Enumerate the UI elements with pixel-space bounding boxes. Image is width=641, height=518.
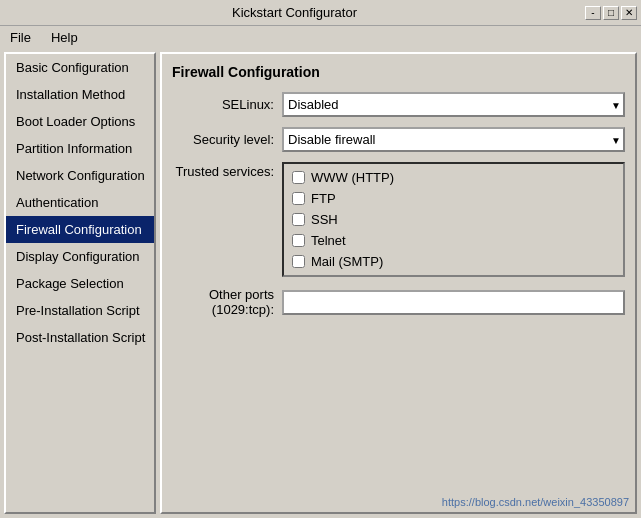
trusted-services-label: Trusted services: bbox=[172, 162, 282, 277]
sidebar-item-basic-configuration[interactable]: Basic Configuration bbox=[6, 54, 154, 81]
other-ports-control bbox=[282, 290, 625, 315]
selinux-control: DisabledEnforcingPermissive bbox=[282, 92, 625, 117]
checkbox-ssh-input[interactable] bbox=[292, 213, 305, 226]
window-controls: - □ ✕ bbox=[585, 6, 637, 20]
checkbox-www-http-label: WWW (HTTP) bbox=[311, 170, 394, 185]
sidebar: Basic Configuration Installation Method … bbox=[4, 52, 156, 514]
sidebar-item-installation-method[interactable]: Installation Method bbox=[6, 81, 154, 108]
minimize-button[interactable]: - bbox=[585, 6, 601, 20]
content-title: Firewall Configuration bbox=[172, 64, 625, 80]
checkbox-ftp: FTP bbox=[292, 191, 615, 206]
close-button[interactable]: ✕ bbox=[621, 6, 637, 20]
security-level-dropdown-wrapper: Disable firewallEnable firewallNo firewa… bbox=[282, 127, 625, 152]
checkbox-mail-smtp-label: Mail (SMTP) bbox=[311, 254, 383, 269]
sidebar-item-boot-loader-options[interactable]: Boot Loader Options bbox=[6, 108, 154, 135]
selinux-label: SELinux: bbox=[172, 97, 282, 112]
sidebar-item-partition-information[interactable]: Partition Information bbox=[6, 135, 154, 162]
sidebar-item-display-configuration[interactable]: Display Configuration bbox=[6, 243, 154, 270]
sidebar-item-network-configuration[interactable]: Network Configuration bbox=[6, 162, 154, 189]
security-level-row: Security level: Disable firewallEnable f… bbox=[172, 127, 625, 152]
menubar: File Help bbox=[0, 26, 641, 48]
sidebar-item-authentication[interactable]: Authentication bbox=[6, 189, 154, 216]
other-ports-label: Other ports (1029:tcp): bbox=[172, 287, 282, 317]
main-container: Basic Configuration Installation Method … bbox=[0, 48, 641, 518]
window-title: Kickstart Configurator bbox=[4, 5, 585, 20]
sidebar-item-pre-installation-script[interactable]: Pre-Installation Script bbox=[6, 297, 154, 324]
content-area: Firewall Configuration SELinux: Disabled… bbox=[160, 52, 637, 514]
other-ports-input[interactable] bbox=[282, 290, 625, 315]
maximize-button[interactable]: □ bbox=[603, 6, 619, 20]
titlebar: Kickstart Configurator - □ ✕ bbox=[0, 0, 641, 26]
checkbox-telnet-input[interactable] bbox=[292, 234, 305, 247]
selinux-row: SELinux: DisabledEnforcingPermissive bbox=[172, 92, 625, 117]
checkbox-telnet: Telnet bbox=[292, 233, 615, 248]
sidebar-item-post-installation-script[interactable]: Post-Installation Script bbox=[6, 324, 154, 351]
selinux-dropdown-wrapper: DisabledEnforcingPermissive bbox=[282, 92, 625, 117]
sidebar-item-firewall-configuration[interactable]: Firewall Configuration bbox=[6, 216, 154, 243]
sidebar-item-package-selection[interactable]: Package Selection bbox=[6, 270, 154, 297]
checkbox-mail-smtp-input[interactable] bbox=[292, 255, 305, 268]
checkbox-ssh-label: SSH bbox=[311, 212, 338, 227]
checkbox-ftp-input[interactable] bbox=[292, 192, 305, 205]
menu-file[interactable]: File bbox=[4, 28, 37, 47]
other-ports-row: Other ports (1029:tcp): bbox=[172, 287, 625, 317]
trusted-services-box: WWW (HTTP) FTP SSH Telnet Mail (SMTP) bbox=[282, 162, 625, 277]
checkbox-mail-smtp: Mail (SMTP) bbox=[292, 254, 615, 269]
selinux-select[interactable]: DisabledEnforcingPermissive bbox=[282, 92, 625, 117]
checkbox-telnet-label: Telnet bbox=[311, 233, 346, 248]
security-level-control: Disable firewallEnable firewallNo firewa… bbox=[282, 127, 625, 152]
checkbox-www-http: WWW (HTTP) bbox=[292, 170, 615, 185]
security-level-select[interactable]: Disable firewallEnable firewallNo firewa… bbox=[282, 127, 625, 152]
security-level-label: Security level: bbox=[172, 132, 282, 147]
checkbox-www-http-input[interactable] bbox=[292, 171, 305, 184]
watermark: https://blog.csdn.net/weixin_43350897 bbox=[442, 496, 629, 508]
menu-help[interactable]: Help bbox=[45, 28, 84, 47]
checkbox-ftp-label: FTP bbox=[311, 191, 336, 206]
checkbox-ssh: SSH bbox=[292, 212, 615, 227]
trusted-services-section: Trusted services: WWW (HTTP) FTP SSH Tel… bbox=[172, 162, 625, 277]
